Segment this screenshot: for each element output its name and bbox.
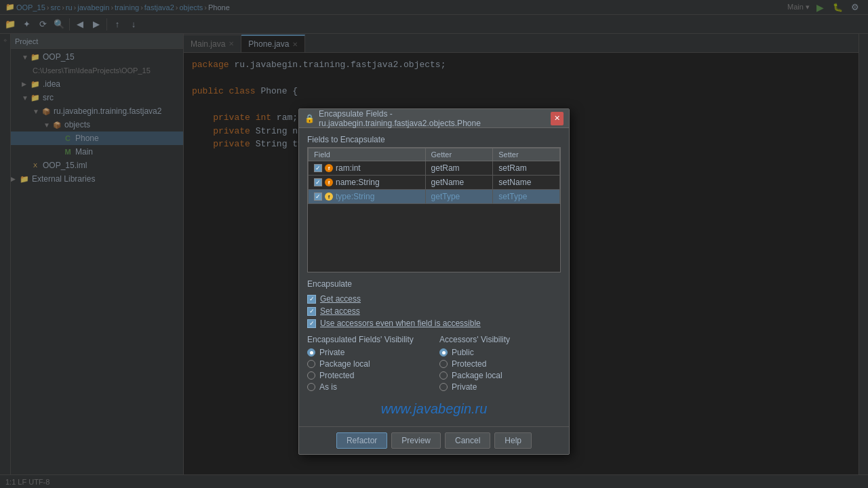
use-accessors-label: Use accessors even when field is accessi…: [320, 319, 481, 328]
radio-package-local-label: Package local: [319, 359, 370, 369]
dialog-title-text: Encapsulate Fields - ru.javabegin.traini…: [319, 109, 551, 128]
setter-name: setName: [498, 178, 531, 187]
field-cell-name[interactable]: ✓ f name:String: [309, 176, 426, 190]
fields-table-container: Field Getter Setter ✓: [307, 147, 561, 272]
visibility-section: Encapsulated Fields' Visibility Private …: [307, 335, 561, 392]
getter-type: getType: [431, 192, 460, 201]
encapsulate-section: Encapsulate ✓ Get access ✓ Set access ✓ …: [307, 279, 561, 328]
setter-ram: setRam: [498, 163, 526, 173]
accessors-visibility-col: Accessors' Visibility Public Protected P…: [439, 335, 561, 392]
radio-package-local-btn[interactable]: [307, 360, 315, 368]
checkbox-set-access[interactable]: ✓: [307, 307, 316, 316]
radio-private-label: Private: [319, 348, 344, 357]
radio-private[interactable]: Private: [307, 348, 429, 357]
refactor-button[interactable]: Refactor: [336, 432, 387, 449]
table-row[interactable]: ✓ f name:String getName setName: [309, 176, 560, 190]
radio-public-btn[interactable]: [439, 348, 448, 357]
field-cell-type[interactable]: ✓ f type:String: [309, 190, 426, 204]
col-setter: Setter: [493, 148, 560, 161]
table-empty-area: [308, 204, 560, 272]
field-name-ram: ram:int: [336, 163, 361, 173]
getter-cell-ram[interactable]: getRam: [425, 161, 493, 176]
col-field: Field: [309, 148, 426, 161]
setter-cell-ram[interactable]: setRam: [493, 161, 560, 176]
checkbox-ram[interactable]: ✓: [314, 164, 322, 172]
dialog-buttons: Refactor Preview Cancel Help: [299, 426, 569, 454]
fields-section: Fields to Encapsulate Field Getter Sette…: [307, 135, 561, 272]
setter-type: setType: [498, 192, 527, 201]
radio-protected-fields-btn[interactable]: [307, 371, 315, 380]
set-access-row[interactable]: ✓ Set access: [307, 306, 561, 316]
checkbox-get-access[interactable]: ✓: [307, 295, 316, 304]
col-getter: Getter: [425, 148, 493, 161]
radio-as-is-label: As is: [319, 382, 337, 392]
field-name-name: name:String: [336, 178, 380, 187]
accessors-visibility-title: Accessors' Visibility: [439, 335, 561, 344]
setter-cell-type[interactable]: setType: [493, 190, 560, 204]
table-row-selected[interactable]: ✓ f type:String getType setType: [309, 190, 560, 204]
radio-protected-access[interactable]: Protected: [439, 359, 561, 369]
get-access-row[interactable]: ✓ Get access: [307, 294, 561, 304]
table-header-row: Field Getter Setter: [309, 148, 560, 161]
fields-label: Fields to Encapsulate: [307, 135, 561, 144]
radio-as-is[interactable]: As is: [307, 382, 429, 392]
radio-protected-access-btn[interactable]: [439, 360, 448, 368]
set-access-label: Set access: [320, 306, 360, 316]
dialog-titlebar: 🔒 Encapsulate Fields - ru.javabegin.trai…: [299, 109, 569, 128]
radio-package-local[interactable]: Package local: [307, 359, 429, 369]
radio-package-local-access-label: Package local: [452, 371, 502, 380]
use-accessors-row[interactable]: ✓ Use accessors even when field is acces…: [307, 319, 561, 328]
help-button[interactable]: Help: [494, 432, 532, 449]
radio-protected-fields[interactable]: Protected: [307, 371, 429, 380]
dialog-title-icon: 🔒: [304, 114, 315, 123]
encapsulate-label: Encapsulate: [307, 279, 561, 289]
dialog-title-area: 🔒 Encapsulate Fields - ru.javabegin.trai…: [304, 109, 551, 128]
radio-protected-fields-label: Protected: [319, 371, 354, 380]
table-row[interactable]: ✓ f ram:int getRam setRam: [309, 161, 560, 176]
field-icon-name: f: [325, 178, 333, 186]
radio-as-is-btn[interactable]: [307, 383, 315, 391]
dialog-close-button[interactable]: ✕: [551, 112, 564, 125]
getter-name: getName: [431, 178, 465, 187]
field-icon-ram: f: [325, 164, 333, 172]
watermark: www.javabegin.ru: [307, 399, 561, 420]
getter-cell-name[interactable]: getName: [425, 176, 493, 190]
get-access-label: Get access: [320, 294, 361, 304]
radio-package-local-access[interactable]: Package local: [439, 371, 561, 380]
radio-private-access-label: Private: [452, 382, 477, 392]
encapsulate-fields-dialog: 🔒 Encapsulate Fields - ru.javabegin.trai…: [298, 108, 570, 455]
radio-public[interactable]: Public: [439, 348, 561, 357]
checkbox-use-accessors[interactable]: ✓: [307, 319, 316, 328]
dialog-body: Fields to Encapsulate Field Getter Sette…: [299, 128, 569, 426]
field-name-type: type:String: [336, 192, 374, 201]
radio-protected-access-label: Protected: [452, 359, 486, 369]
radio-public-label: Public: [452, 348, 474, 357]
radio-private-access-btn[interactable]: [439, 383, 448, 391]
getter-cell-type[interactable]: getType: [425, 190, 493, 204]
field-cell-ram[interactable]: ✓ f ram:int: [309, 161, 426, 176]
cancel-button[interactable]: Cancel: [445, 432, 490, 449]
checkbox-type[interactable]: ✓: [314, 192, 322, 201]
getter-ram: getRam: [431, 163, 460, 173]
setter-cell-name[interactable]: setName: [493, 176, 560, 190]
modal-overlay: 🔒 Encapsulate Fields - ru.javabegin.trai…: [0, 0, 868, 488]
preview-button[interactable]: Preview: [391, 432, 441, 449]
fields-table: Field Getter Setter ✓: [308, 148, 560, 204]
fields-visibility-col: Encapsulated Fields' Visibility Private …: [307, 335, 429, 392]
fields-visibility-title: Encapsulated Fields' Visibility: [307, 335, 429, 344]
radio-private-btn[interactable]: [307, 348, 315, 357]
radio-private-access[interactable]: Private: [439, 382, 561, 392]
field-icon-type: f: [325, 192, 333, 201]
radio-package-local-access-btn[interactable]: [439, 371, 448, 380]
checkbox-name[interactable]: ✓: [314, 178, 322, 186]
